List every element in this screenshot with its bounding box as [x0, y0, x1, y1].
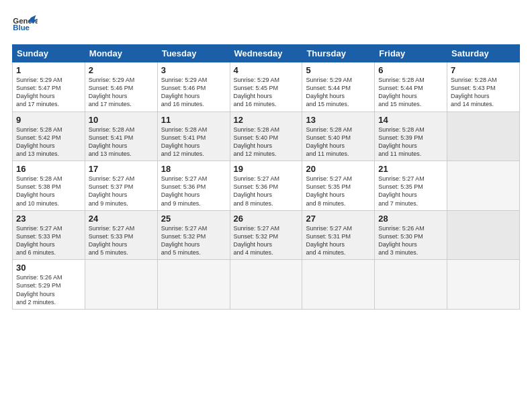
day-number: 30: [16, 263, 81, 273]
calendar-week-5: 30Sunrise: 5:26 AMSunset: 5:29 PMDayligh…: [13, 260, 520, 310]
day-info: Sunrise: 5:27 AMSunset: 5:37 PMDaylight …: [89, 175, 135, 206]
calendar-cell: 3Sunrise: 5:29 AMSunset: 5:46 PMDaylight…: [157, 62, 230, 112]
header: General Blue: [12, 12, 520, 38]
day-number: 7: [451, 65, 516, 75]
calendar-cell: [447, 161, 520, 211]
day-info: Sunrise: 5:27 AMSunset: 5:33 PMDaylight …: [16, 225, 62, 256]
svg-text:Blue: Blue: [13, 24, 30, 32]
day-number: 26: [234, 214, 299, 224]
calendar-cell: 26Sunrise: 5:27 AMSunset: 5:32 PMDayligh…: [230, 210, 302, 260]
day-number: 18: [161, 164, 226, 174]
calendar-cell: 28Sunrise: 5:26 AMSunset: 5:30 PMDayligh…: [375, 210, 447, 260]
day-number: 19: [234, 164, 299, 174]
day-number: 5: [306, 65, 371, 75]
day-number: 10: [89, 115, 154, 125]
day-number: 4: [234, 65, 299, 75]
calendar-header-row: SundayMondayTuesdayWednesdayThursdayFrid…: [13, 45, 520, 62]
calendar-cell: 24Sunrise: 5:27 AMSunset: 5:33 PMDayligh…: [85, 210, 157, 260]
day-number: 25: [161, 214, 226, 224]
day-number: 23: [16, 214, 81, 224]
calendar-cell: 16Sunrise: 5:28 AMSunset: 5:38 PMDayligh…: [13, 161, 85, 211]
calendar-cell: 10Sunrise: 5:28 AMSunset: 5:41 PMDayligh…: [85, 111, 157, 161]
day-number: 11: [161, 115, 226, 125]
calendar-cell: 13Sunrise: 5:28 AMSunset: 5:40 PMDayligh…: [302, 111, 375, 161]
calendar-cell: 7Sunrise: 5:28 AMSunset: 5:43 PMDaylight…: [447, 62, 520, 112]
day-info: Sunrise: 5:27 AMSunset: 5:33 PMDaylight …: [89, 225, 135, 256]
calendar-cell: 1Sunrise: 5:29 AMSunset: 5:47 PMDaylight…: [13, 62, 85, 112]
day-info: Sunrise: 5:26 AMSunset: 5:29 PMDaylight …: [16, 274, 62, 305]
day-info: Sunrise: 5:28 AMSunset: 5:38 PMDaylight …: [16, 175, 62, 206]
col-header-friday: Friday: [375, 45, 447, 62]
calendar-week-2: 9Sunrise: 5:28 AMSunset: 5:42 PMDaylight…: [13, 111, 520, 161]
calendar-week-3: 16Sunrise: 5:28 AMSunset: 5:38 PMDayligh…: [13, 161, 520, 211]
calendar-cell: 6Sunrise: 5:28 AMSunset: 5:44 PMDaylight…: [375, 62, 447, 112]
calendar-table: SundayMondayTuesdayWednesdayThursdayFrid…: [12, 44, 520, 310]
day-number: 24: [89, 214, 154, 224]
calendar-cell: [447, 210, 520, 260]
col-header-saturday: Saturday: [447, 45, 520, 62]
day-number: 28: [378, 214, 443, 224]
day-number: 21: [378, 164, 443, 174]
col-header-monday: Monday: [85, 45, 157, 62]
day-info: Sunrise: 5:29 AMSunset: 5:46 PMDaylight …: [89, 77, 135, 107]
day-info: Sunrise: 5:29 AMSunset: 5:45 PMDaylight …: [234, 77, 280, 107]
day-number: 3: [161, 65, 226, 75]
calendar-cell: 21Sunrise: 5:27 AMSunset: 5:35 PMDayligh…: [375, 161, 447, 211]
calendar-cell: 11Sunrise: 5:28 AMSunset: 5:41 PMDayligh…: [157, 111, 230, 161]
col-header-sunday: Sunday: [13, 45, 85, 62]
col-header-thursday: Thursday: [302, 45, 375, 62]
day-number: 9: [16, 115, 81, 125]
day-info: Sunrise: 5:28 AMSunset: 5:42 PMDaylight …: [16, 126, 62, 157]
day-info: Sunrise: 5:27 AMSunset: 5:36 PMDaylight …: [161, 175, 208, 206]
calendar-cell: [157, 260, 230, 310]
calendar-cell: [375, 260, 447, 310]
day-number: 14: [378, 115, 443, 125]
day-number: 20: [306, 164, 371, 174]
day-number: 2: [89, 65, 154, 75]
calendar-cell: 25Sunrise: 5:27 AMSunset: 5:32 PMDayligh…: [157, 210, 230, 260]
calendar-cell: 5Sunrise: 5:29 AMSunset: 5:44 PMDaylight…: [302, 62, 375, 112]
day-info: Sunrise: 5:27 AMSunset: 5:35 PMDaylight …: [306, 175, 352, 206]
calendar-cell: 19Sunrise: 5:27 AMSunset: 5:36 PMDayligh…: [230, 161, 302, 211]
day-info: Sunrise: 5:28 AMSunset: 5:43 PMDaylight …: [451, 77, 497, 107]
calendar-cell: 4Sunrise: 5:29 AMSunset: 5:45 PMDaylight…: [230, 62, 302, 112]
calendar-cell: 12Sunrise: 5:28 AMSunset: 5:40 PMDayligh…: [230, 111, 302, 161]
calendar-cell: 18Sunrise: 5:27 AMSunset: 5:36 PMDayligh…: [157, 161, 230, 211]
day-info: Sunrise: 5:28 AMSunset: 5:40 PMDaylight …: [234, 126, 280, 157]
calendar-cell: 23Sunrise: 5:27 AMSunset: 5:33 PMDayligh…: [13, 210, 85, 260]
day-info: Sunrise: 5:28 AMSunset: 5:41 PMDaylight …: [89, 126, 135, 157]
day-info: Sunrise: 5:29 AMSunset: 5:44 PMDaylight …: [306, 77, 352, 107]
day-info: Sunrise: 5:28 AMSunset: 5:39 PMDaylight …: [378, 126, 425, 157]
logo: General Blue: [12, 12, 38, 38]
calendar-cell: 17Sunrise: 5:27 AMSunset: 5:37 PMDayligh…: [85, 161, 157, 211]
day-number: 13: [306, 115, 371, 125]
calendar-week-4: 23Sunrise: 5:27 AMSunset: 5:33 PMDayligh…: [13, 210, 520, 260]
day-info: Sunrise: 5:27 AMSunset: 5:35 PMDaylight …: [378, 175, 425, 206]
calendar-cell: 2Sunrise: 5:29 AMSunset: 5:46 PMDaylight…: [85, 62, 157, 112]
day-info: Sunrise: 5:27 AMSunset: 5:36 PMDaylight …: [234, 175, 280, 206]
day-info: Sunrise: 5:27 AMSunset: 5:32 PMDaylight …: [234, 225, 280, 256]
col-header-wednesday: Wednesday: [230, 45, 302, 62]
day-info: Sunrise: 5:26 AMSunset: 5:30 PMDaylight …: [378, 225, 425, 256]
calendar-cell: [85, 260, 157, 310]
day-info: Sunrise: 5:29 AMSunset: 5:47 PMDaylight …: [16, 77, 62, 107]
day-info: Sunrise: 5:28 AMSunset: 5:40 PMDaylight …: [306, 126, 352, 157]
day-number: 12: [234, 115, 299, 125]
calendar-cell: 9Sunrise: 5:28 AMSunset: 5:42 PMDaylight…: [13, 111, 85, 161]
day-info: Sunrise: 5:29 AMSunset: 5:46 PMDaylight …: [161, 77, 208, 107]
page: General Blue SundayMondayTuesdayWednesda…: [0, 0, 532, 411]
calendar-cell: [447, 260, 520, 310]
day-info: Sunrise: 5:28 AMSunset: 5:41 PMDaylight …: [161, 126, 208, 157]
day-number: 27: [306, 214, 371, 224]
col-header-tuesday: Tuesday: [157, 45, 230, 62]
calendar-week-1: 1Sunrise: 5:29 AMSunset: 5:47 PMDaylight…: [13, 62, 520, 112]
calendar-cell: [302, 260, 375, 310]
calendar-cell: 27Sunrise: 5:27 AMSunset: 5:31 PMDayligh…: [302, 210, 375, 260]
day-number: 1: [16, 65, 81, 75]
day-number: 16: [16, 164, 81, 174]
day-info: Sunrise: 5:27 AMSunset: 5:32 PMDaylight …: [161, 225, 208, 256]
calendar-cell: [230, 260, 302, 310]
day-info: Sunrise: 5:28 AMSunset: 5:44 PMDaylight …: [378, 77, 425, 107]
day-info: Sunrise: 5:27 AMSunset: 5:31 PMDaylight …: [306, 225, 352, 256]
calendar-cell: [447, 111, 520, 161]
